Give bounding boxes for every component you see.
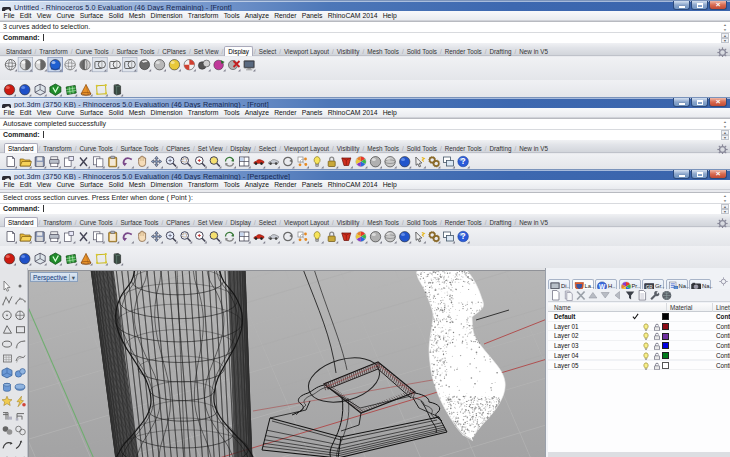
svg-text:?: ?	[460, 231, 465, 241]
svg-text:?: ?	[460, 156, 465, 166]
